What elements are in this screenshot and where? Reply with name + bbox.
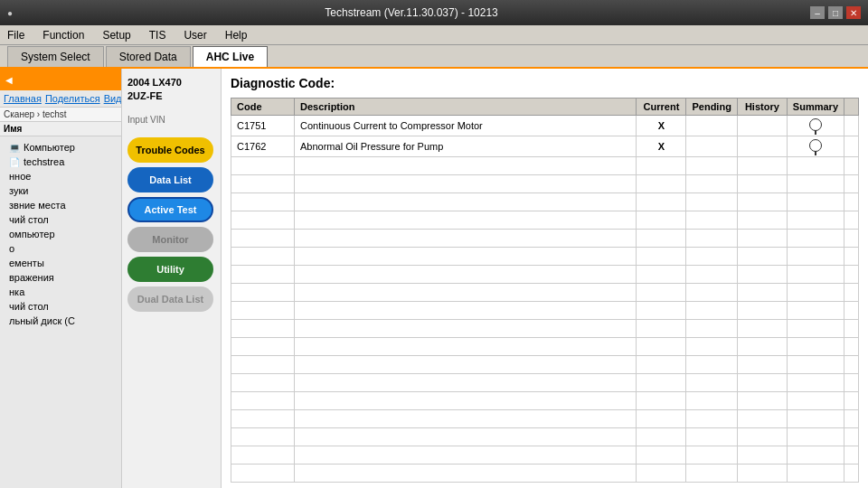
table-row[interactable]: C1762 Abnormal Oil Pressure for Pump X: [231, 136, 859, 157]
sidebar-item-disk[interactable]: льный диск (С: [0, 314, 121, 328]
cell-description: Abnormal Oil Pressure for Pump: [295, 136, 637, 157]
cell-code: C1751: [231, 116, 295, 136]
col-header-history: History: [737, 99, 787, 116]
table-row[interactable]: C1751 Continuous Current to Compressor M…: [231, 116, 859, 136]
nav-buttons: Trouble Codes Data List Active Test Moni…: [127, 137, 215, 312]
sidebar-item-vzr[interactable]: вражения: [0, 270, 121, 285]
sidebar-item-computer[interactable]: омпьютер: [0, 227, 121, 241]
breadcrumb: Сканер › techst: [0, 108, 121, 122]
table-row-empty: [231, 410, 859, 428]
sidebar-item-nka[interactable]: нка: [0, 285, 121, 299]
table-row-empty: [231, 284, 859, 302]
menu-function[interactable]: Function: [39, 27, 88, 43]
cell-arrow: [844, 116, 859, 136]
col-header-current: Current: [637, 99, 686, 116]
vehicle-engine: 2UZ-FE: [127, 89, 215, 103]
tab-stored-data[interactable]: Stored Data: [106, 46, 191, 67]
sidebar-name-header: Имя: [0, 122, 121, 136]
cell-history: [737, 116, 787, 136]
table-row-empty: [231, 392, 859, 410]
table-row-empty: [231, 248, 859, 266]
table-row-empty: [231, 193, 859, 211]
dual-data-list-button[interactable]: Dual Data List: [127, 286, 213, 312]
sidebar-item-nnoe[interactable]: нное: [0, 169, 121, 183]
nav-view[interactable]: Вид: [104, 93, 122, 104]
sidebar-item-zuky[interactable]: зуки: [0, 183, 121, 198]
cell-pending: [686, 116, 737, 136]
col-header-summary: Summary: [787, 99, 844, 116]
cell-current: X: [637, 136, 686, 157]
sidebar-item-o[interactable]: о: [0, 241, 121, 256]
title-bar: ● Techstream (Ver.11.30.037) - 10213 – □…: [0, 0, 868, 25]
table-row-empty: [231, 374, 859, 392]
col-header-pending: Pending: [686, 99, 737, 116]
nav-share[interactable]: Поделиться: [45, 93, 100, 104]
table-row-empty: [231, 320, 859, 338]
sidebar-item-techstrea[interactable]: 📄 techstrea: [0, 155, 121, 169]
vin-label: Input VIN: [127, 115, 215, 125]
cell-code: C1762: [231, 136, 295, 157]
cell-summary[interactable]: [787, 136, 844, 157]
sidebar-top-bar: ◀: [0, 69, 121, 90]
cell-summary[interactable]: [787, 116, 844, 136]
sidebar-item-elementy[interactable]: ементы: [0, 256, 121, 270]
diagnostic-title: Diagnostic Code:: [231, 76, 859, 90]
table-row-empty: [231, 428, 859, 446]
table-row-empty: [231, 338, 859, 356]
summary-icon[interactable]: [809, 139, 822, 152]
menu-setup[interactable]: Setup: [99, 27, 134, 43]
sidebar-top-label: ◀: [5, 75, 13, 85]
cell-pending: [686, 136, 737, 157]
col-header-description: Description: [295, 99, 637, 116]
table-row-empty: [231, 175, 859, 193]
vehicle-info: 2004 LX470 2UZ-FE: [127, 76, 215, 104]
data-list-button[interactable]: Data List: [127, 167, 213, 192]
menu-bar: File Function Setup TIS User Help: [0, 25, 868, 45]
table-row-empty: [231, 302, 859, 320]
col-header-code: Code: [231, 99, 295, 116]
trouble-codes-button[interactable]: Trouble Codes: [127, 137, 213, 163]
main-layout: ◀ Главная Поделиться Вид Сканер › techst…: [0, 69, 868, 488]
window-controls: – □ ✕: [810, 6, 861, 19]
tab-bar: System Select Stored Data AHC Live: [0, 45, 868, 69]
os-sidebar: ◀ Главная Поделиться Вид Сканер › techst…: [0, 69, 122, 488]
table-row-empty: [231, 157, 859, 175]
sidebar-item-komputer[interactable]: 💻 Компьютер: [0, 140, 121, 155]
utility-button[interactable]: Utility: [127, 257, 213, 282]
table-row-empty: [231, 211, 859, 230]
table-row-empty: [231, 446, 859, 465]
cell-arrow: [844, 136, 859, 157]
table-row-empty: [231, 230, 859, 248]
sidebar-item-zvnmesta[interactable]: звние места: [0, 198, 121, 212]
sidebar-nav: Главная Поделиться Вид: [0, 90, 121, 108]
nav-home[interactable]: Главная: [4, 93, 42, 104]
sidebar-item-chstol[interactable]: чий стол: [0, 212, 121, 227]
minimize-button[interactable]: –: [810, 6, 825, 19]
menu-user[interactable]: User: [180, 27, 210, 43]
vehicle-year-model: 2004 LX470: [127, 76, 215, 89]
summary-icon[interactable]: [809, 118, 822, 131]
maximize-button[interactable]: □: [828, 6, 843, 19]
menu-file[interactable]: File: [4, 27, 28, 43]
vehicle-panel: 2004 LX470 2UZ-FE Input VIN Trouble Code…: [122, 69, 222, 488]
table-row-empty: [231, 465, 859, 483]
tab-system-select[interactable]: System Select: [7, 46, 104, 67]
cell-current: X: [637, 116, 686, 136]
monitor-button[interactable]: Monitor: [127, 227, 213, 252]
col-header-arrow: [844, 99, 859, 116]
active-test-button[interactable]: Active Test: [127, 197, 213, 222]
tab-ahc-live[interactable]: AHC Live: [193, 46, 268, 67]
sidebar-item-ch2[interactable]: чий стол: [0, 299, 121, 314]
cell-description: Continuous Current to Compressor Motor: [295, 116, 637, 136]
menu-help[interactable]: Help: [222, 27, 251, 43]
diagnostic-content: Diagnostic Code: Code Description Curren…: [222, 69, 868, 488]
table-row-empty: [231, 356, 859, 374]
table-row-empty: [231, 266, 859, 284]
sidebar-items: 💻 Компьютер 📄 techstrea нное зуки звние …: [0, 136, 121, 332]
close-button[interactable]: ✕: [846, 6, 861, 19]
diagnostic-table: Code Description Current Pending History…: [231, 98, 859, 483]
title-bar-title: Techstream (Ver.11.30.037) - 10213: [13, 6, 810, 19]
menu-tis[interactable]: TIS: [146, 27, 170, 43]
cell-history: [737, 136, 787, 157]
